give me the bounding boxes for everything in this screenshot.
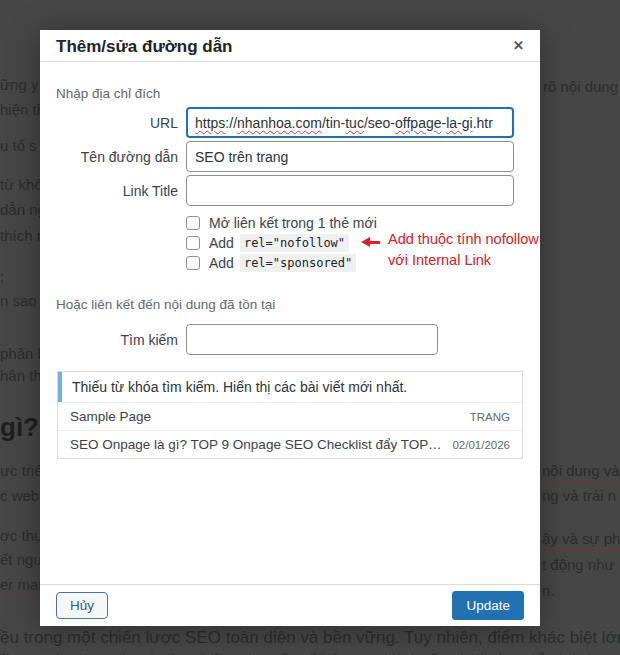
open-new-tab-label: Mở liên kết trong 1 thẻ mới	[209, 215, 377, 231]
background-text-fragment: ều trong một chiến lược SEO toàn diện và…	[0, 628, 620, 648]
nofollow-code: rel="nofollow"	[240, 234, 349, 252]
nofollow-checkbox[interactable]	[186, 236, 200, 250]
link-options: Mở liên kết trong 1 thẻ mới Add rel="nof…	[186, 213, 524, 273]
background-text-fragment: :	[0, 268, 4, 285]
dialog-title: Thêm/sửa đường dẫn	[56, 35, 233, 57]
link-text-row: Tên đường dẫn	[56, 141, 524, 172]
update-button[interactable]: Update	[452, 591, 524, 620]
result-meta: TRANG	[470, 411, 510, 423]
link-text-label: Tên đường dẫn	[56, 149, 178, 165]
url-label: URL	[56, 115, 178, 131]
search-notice: Thiếu từ khóa tìm kiếm. Hiển thị các bài…	[58, 372, 522, 402]
background-text-fragment: nội dung và	[542, 462, 620, 479]
result-item[interactable]: SEO Onpage là gì? TOP 9 Onpage SEO Check…	[58, 430, 522, 458]
dialog-body: Nhập địa chỉ đích URL https://nhanhoa.co…	[40, 86, 540, 459]
nofollow-label-prefix: Add	[209, 235, 234, 251]
background-text-fragment: t động như	[542, 556, 615, 573]
sponsored-label-prefix: Add	[209, 255, 234, 271]
background-text-fragment: ậy và sự ph	[542, 530, 620, 547]
background-text-fragment: ng và trải n	[542, 487, 616, 504]
background-text-fragment: từ khó	[0, 176, 43, 193]
url-text-segment: /seo-	[364, 115, 395, 131]
destination-section-label: Nhập địa chỉ đích	[56, 86, 524, 104]
background-text-fragment: dẫn ng	[0, 201, 46, 218]
background-text-fragment: ợc thụ	[0, 527, 42, 544]
url-text-segment: https	[195, 115, 225, 131]
sponsored-label: Add rel="sponsored"	[209, 254, 356, 272]
url-text-segment: ://	[225, 115, 237, 131]
url-text-segment: offpage	[395, 115, 441, 131]
result-meta: 02/01/2026	[452, 439, 510, 451]
background-text-fragment: ết ngu	[0, 551, 42, 568]
search-row: Tìm kiếm	[56, 324, 524, 355]
url-text-segment: .htr	[473, 115, 493, 131]
link-title-label: Link Title	[56, 183, 178, 199]
background-text-fragment: gì?	[0, 412, 39, 443]
url-text-segment: nhanhoa.com	[237, 115, 322, 131]
link-title-input[interactable]	[186, 175, 514, 206]
background-text-fragment: ffpage thường phụ thuộc nhiều vào yếu tố…	[0, 651, 620, 655]
url-text-segment: tuc	[345, 115, 364, 131]
url-row: URL https://nhanhoa.com/tin-tuc/seo-offp…	[56, 107, 524, 138]
nofollow-label: Add rel="nofollow"	[209, 234, 349, 252]
result-item[interactable]: Sample PageTRANG	[58, 402, 522, 430]
url-text-segment: la-gi	[446, 115, 472, 131]
dialog-header: Thêm/sửa đường dẫn ✕	[40, 30, 540, 62]
background-text-fragment: er mar	[0, 576, 43, 593]
background-text-fragment: ững y	[0, 76, 38, 93]
existing-content-section-label: Hoặc liên kết đến nội dung đã tồn tại	[56, 297, 524, 315]
results-list: Sample PageTRANGSEO Onpage là gì? TOP 9 …	[58, 402, 522, 458]
url-text-segment: /tin-	[322, 115, 345, 131]
annotation-line2: với Internal Link	[388, 252, 491, 268]
annotation-line1: Add thuộc tính nofollow	[388, 231, 539, 247]
background-text-fragment: n sao	[0, 292, 37, 309]
search-results-panel: Thiếu từ khóa tìm kiếm. Hiển thị các bài…	[57, 371, 523, 459]
result-title: Sample Page	[70, 409, 151, 424]
left-arrow-icon	[356, 237, 380, 247]
search-input[interactable]	[186, 324, 438, 355]
link-dialog: Thêm/sửa đường dẫn ✕ Nhập địa chỉ đích U…	[40, 30, 540, 626]
background-text-fragment: phân b	[0, 345, 46, 362]
sponsored-code: rel="sponsored"	[240, 254, 356, 272]
result-title: SEO Onpage là gì? TOP 9 Onpage SEO Check…	[70, 437, 442, 452]
background-text-fragment: thích r	[0, 227, 42, 244]
close-icon[interactable]: ✕	[513, 39, 524, 52]
background-text-fragment: u tố s	[0, 137, 37, 154]
page: ững yhiện thu tố stừ khódẫn ngthích r:n …	[0, 0, 620, 655]
link-title-row: Link Title	[56, 175, 524, 206]
nofollow-annotation: Add thuộc tính nofollow với Internal Lin…	[356, 229, 539, 271]
dialog-footer: Hủy Update	[40, 584, 540, 626]
background-text-fragment: hiện th	[0, 101, 45, 118]
search-label: Tìm kiếm	[56, 332, 178, 348]
link-text-input[interactable]	[186, 141, 514, 172]
background-text-fragment: rõ nội dung	[543, 78, 618, 95]
open-new-tab-checkbox[interactable]	[186, 216, 200, 230]
annotation-text: Add thuộc tính nofollow với Internal Lin…	[388, 229, 539, 271]
background-text-fragment: hân th	[0, 367, 42, 384]
cancel-button[interactable]: Hủy	[56, 592, 108, 619]
sponsored-checkbox[interactable]	[186, 256, 200, 270]
url-input[interactable]: https://nhanhoa.com/tin-tuc/seo-offpage-…	[186, 107, 514, 138]
background-text-fragment: n.	[542, 582, 555, 599]
url-input-text: https://nhanhoa.com/tin-tuc/seo-offpage-…	[195, 115, 493, 131]
